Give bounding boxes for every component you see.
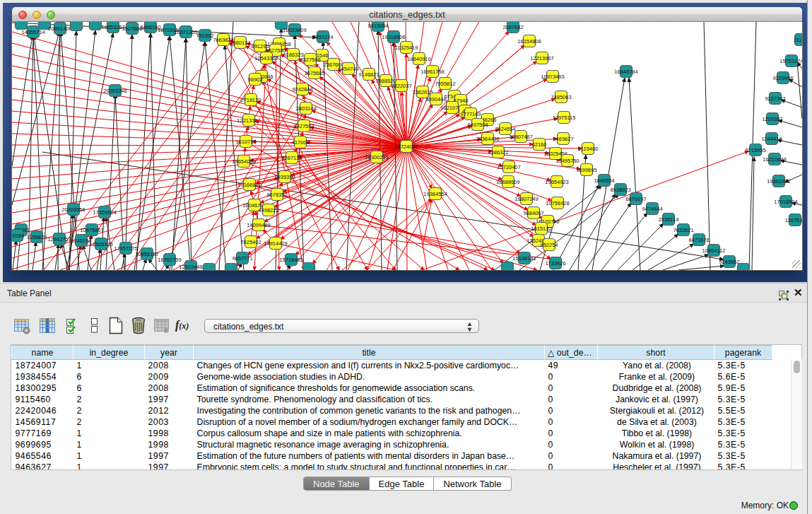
svg-text:9245652: 9245652 [719,259,739,265]
svg-text:15751074: 15751074 [779,58,802,64]
svg-text:10958187: 10958187 [135,251,158,257]
svg-text:10807487: 10807487 [509,134,532,140]
svg-text:12942757: 12942757 [47,236,71,243]
svg-text:1244418: 1244418 [761,136,782,142]
svg-text:16210643: 16210643 [763,156,786,163]
svg-text:12505185: 12505185 [89,241,112,247]
svg-text:9227342: 9227342 [765,95,785,102]
svg-text:17016504: 17016504 [774,199,797,205]
svg-text:1156829: 1156829 [27,234,47,240]
svg-text:1615132: 1615132 [531,226,551,232]
svg-text:16671355: 16671355 [174,29,197,35]
svg-text:17957275: 17957275 [114,245,137,252]
svg-text:7485063: 7485063 [551,94,571,100]
svg-text:9474444: 9474444 [642,206,662,212]
svg-text:39154: 39154 [12,233,24,239]
svg-text:9242848: 9242848 [292,86,312,93]
svg-text:10654112: 10654112 [702,247,726,254]
svg-text:8813054: 8813054 [367,23,388,29]
svg-text:8215955: 8215955 [745,147,765,153]
svg-text:9463627: 9463627 [553,136,573,142]
svg-text:751552: 751552 [196,33,213,39]
svg-text:1167533: 1167533 [785,217,802,223]
svg-text:12213363: 12213363 [237,117,260,124]
svg-text:20691406: 20691406 [48,25,71,32]
svg-text:10543362: 10543362 [254,55,278,62]
svg-text:20364436: 20364436 [476,136,499,142]
svg-text:2087682: 2087682 [502,24,523,30]
svg-text:1935359: 1935359 [274,174,295,180]
svg-text:12975115: 12975115 [553,115,576,121]
svg-text:9115460: 9115460 [578,146,599,152]
svg-text:7625402: 7625402 [240,239,261,245]
svg-text:18724007: 18724007 [394,144,418,150]
svg-text:1209387: 1209387 [762,116,782,122]
svg-text:1145194: 1145194 [71,238,92,244]
svg-text:98903: 98903 [248,76,263,83]
svg-text:12213967: 12213967 [530,55,553,62]
svg-text:4498222: 4498222 [258,207,278,214]
svg-text:18640910: 18640910 [407,56,430,62]
svg-text:15495750: 15495750 [555,158,579,164]
svg-text:7386322: 7386322 [488,149,508,156]
svg-text:11173: 11173 [794,37,802,43]
svg-text:3624554: 3624554 [495,126,515,132]
svg-text:8678352: 8678352 [266,192,287,198]
svg-text:9327508: 9327508 [300,57,320,63]
svg-text:19218506: 19218506 [382,34,405,40]
svg-text:7632621: 7632621 [673,227,693,233]
svg-text:14914479: 14914479 [264,240,287,247]
svg-text:16154808: 16154808 [517,38,541,45]
svg-text:6679197: 6679197 [625,196,646,202]
svg-text:9857771: 9857771 [232,255,252,262]
svg-text:1362615: 1362615 [412,89,433,95]
svg-text:1610755: 1610755 [235,139,256,145]
svg-text:9699695: 9699695 [576,167,596,173]
svg-text:7357224: 7357224 [312,34,333,40]
svg-text:8938923: 8938923 [610,187,630,193]
svg-text:10688609: 10688609 [496,179,519,185]
svg-text:20053346: 20053346 [103,88,126,94]
svg-text:20206556: 20206556 [61,206,85,213]
svg-text:16648784: 16648784 [614,69,637,75]
svg-text:9884067: 9884067 [523,210,543,216]
svg-text:1640954: 1640954 [594,177,614,184]
svg-text:1733426: 1733426 [545,260,565,267]
svg-text:19654083: 19654083 [232,158,255,165]
svg-text:2718120: 2718120 [240,97,261,103]
svg-text:62160: 62160 [532,141,547,148]
svg-text:19384554: 19384554 [423,191,447,197]
svg-text:8267130: 8267130 [281,155,302,161]
svg-text:19654923: 19654923 [545,179,568,185]
svg-text:8471676: 8471676 [688,237,709,243]
svg-text:10973493: 10973493 [541,74,564,80]
svg-text:9329966: 9329966 [772,75,793,81]
svg-text:2803144: 2803144 [295,105,316,112]
svg-text:852254: 852254 [540,242,558,248]
svg-text:3675685: 3675685 [304,70,324,76]
svg-text:8822037: 8822037 [391,83,411,89]
svg-text:10975867: 10975867 [80,227,103,233]
svg-text:1527602: 1527602 [122,25,142,32]
svg-text:6497508: 6497508 [467,122,488,128]
svg-text:7955812: 7955812 [435,81,455,87]
svg-text:19692971: 19692971 [767,178,790,185]
svg-text:10756928: 10756928 [546,200,569,206]
svg-text:9777169: 9777169 [460,111,481,117]
svg-text:15720407: 15720407 [497,164,520,170]
svg-text:16782759: 16782759 [158,257,181,263]
svg-text:8427552: 8427552 [293,123,314,129]
svg-text:9146821: 9146821 [358,71,379,78]
svg-text:417006: 417006 [291,139,309,146]
svg-text:15136141: 15136141 [512,255,536,262]
svg-text:16033809: 16033809 [283,27,306,33]
svg-text:9660124: 9660124 [230,40,250,46]
svg-text:8990448: 8990448 [425,96,446,103]
svg-text:16961758: 16961758 [420,69,444,75]
svg-text:18300295: 18300295 [365,154,388,160]
svg-text:8454749: 8454749 [338,66,358,72]
svg-text:11325419: 11325419 [395,45,418,51]
svg-text:19166827: 19166827 [237,182,261,188]
svg-text:17359924: 17359924 [93,209,116,216]
svg-text:18807249: 18807249 [514,196,538,202]
